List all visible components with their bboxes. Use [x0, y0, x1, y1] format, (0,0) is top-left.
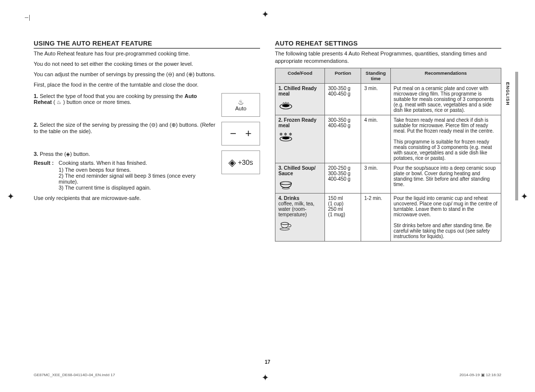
side-language-tab: ENGLISH	[504, 79, 511, 108]
table-cell-code: 3. Chilled Soup/ Sauce	[275, 163, 325, 193]
auto-reheat-button-graphic: ♨ Auto	[221, 93, 260, 117]
cup-icon	[278, 217, 321, 232]
plus-icon: ⊕	[171, 122, 176, 128]
table-cell-portion: 200-250 g300-350 g400-450 g	[325, 163, 361, 193]
table-cell-standing: 3 min.	[361, 163, 390, 193]
registration-mark-top: ✦	[262, 9, 269, 20]
left-heading: USING THE AUTO REHEAT FEATURE	[34, 40, 260, 49]
result-item: 2) The end reminder signal will beep 3 t…	[58, 173, 216, 185]
registration-mark-right: ✦	[521, 191, 528, 202]
print-footer: GE87MC_XEE_DE68-04114D-04_EN.indd 17 201…	[34, 373, 501, 377]
crop-mark: ─│	[25, 15, 31, 20]
intro-line-2: You do not need to set either the cookin…	[34, 60, 260, 68]
svg-point-8	[280, 228, 290, 230]
table-row: 1. Chilled Ready meal300-350 g400-450 g3…	[275, 83, 501, 115]
table-row: 4. Drinkscoffee, milk, tea, water (room-…	[275, 193, 501, 241]
bowl-icon	[278, 176, 321, 191]
left-column: USING THE AUTO REHEAT FEATURE The Auto R…	[34, 40, 260, 362]
svg-text:✻ ✻ ✻: ✻ ✻ ✻	[279, 132, 292, 136]
table-cell-code: 1. Chilled Ready meal	[275, 83, 325, 115]
microwave-safe-note: Use only recipients that are microwave-s…	[34, 195, 260, 202]
intro-line-1: The Auto Reheat feature has four pre-pro…	[34, 50, 260, 57]
minus-icon: −	[230, 127, 236, 140]
table-cell-portion: 150 ml(1 cup)250 ml(1 mug)	[325, 193, 361, 241]
plus-icon: +	[245, 127, 252, 140]
result-block: Result : Cooking starts. When it has fin…	[34, 160, 216, 191]
svg-point-7	[281, 222, 288, 225]
start-30s-button-graphic: ◈ +30s	[221, 150, 260, 174]
right-heading: AUTO REHEAT SETTINGS	[275, 40, 501, 49]
table-cell-portion: 300-350 g400-450 g	[325, 115, 361, 163]
side-language-bar	[515, 72, 518, 200]
col-standing: Standing time	[361, 68, 390, 83]
step-3: 3. Press the (◈) button. Result : Cookin…	[34, 150, 260, 191]
result-label: Result :	[34, 160, 54, 191]
step-number: 1.	[34, 93, 38, 99]
right-column: AUTO REHEAT SETTINGS The following table…	[275, 40, 501, 362]
table-cell-rec: Pour the soup/sauce into a deep ceramic …	[390, 163, 501, 193]
footer-filename: GE87MC_XEE_DE68-04114D-04_EN.indd 17	[34, 373, 115, 377]
footer-timestamp: 2014-09-19 ▣ 12:16:32	[459, 373, 501, 377]
page-body: USING THE AUTO REHEAT FEATURE The Auto R…	[34, 40, 501, 362]
step-number: 2.	[34, 122, 38, 128]
steam-icon: ♨	[238, 98, 244, 105]
table-cell-standing: 3 min.	[361, 83, 390, 115]
svg-point-3	[282, 137, 290, 139]
table-cell-code: 2. Frozen Ready meal✻ ✻ ✻	[275, 115, 325, 163]
table-cell-code: 4. Drinkscoffee, milk, tea, water (room-…	[275, 193, 325, 241]
step-number: 3.	[34, 151, 38, 157]
table-cell-standing: 1-2 min.	[361, 193, 390, 241]
table-cell-portion: 300-350 g400-450 g	[325, 83, 361, 115]
table-cell-rec: Put meal on a ceramic plate and cover wi…	[390, 83, 501, 115]
result-item: 1) The oven beeps four times.	[58, 167, 216, 173]
right-intro: The following table presents 4 Auto Rehe…	[275, 50, 501, 65]
intro-line-4: First, place the food in the centre of t…	[34, 81, 260, 89]
svg-point-5	[280, 182, 292, 185]
registration-mark-left: ✦	[7, 191, 14, 202]
minus-plus-button-graphic: − +	[221, 122, 260, 146]
intro-line-3: You can adjust the number of servings by…	[34, 71, 260, 78]
step-2: 2. Select the size of the serving by pre…	[34, 122, 260, 146]
steam-icon: ♨	[56, 99, 61, 105]
result-text: Cooking starts. When it has finished.	[58, 160, 216, 166]
col-rec: Recommendations	[390, 68, 501, 83]
plate-icon	[278, 97, 321, 111]
table-cell-rec: Take frozen ready meal and check if dish…	[390, 115, 501, 163]
table-cell-rec: Pour the liquid into ceramic cup and reh…	[390, 193, 501, 241]
frozen-icon: ✻ ✻ ✻	[278, 128, 321, 143]
plus-icon: ⊕	[188, 71, 193, 77]
page-number: 17	[0, 359, 535, 365]
step-1: 1. Select the type of food that you are …	[34, 93, 260, 117]
start-icon: ◈	[228, 156, 236, 168]
col-code: Code/Food	[275, 68, 325, 83]
result-item: 3) The current time is displayed again.	[58, 185, 216, 191]
minus-icon: ⊖	[151, 122, 156, 128]
minus-icon: ⊖	[168, 71, 172, 77]
table-row: 3. Chilled Soup/ Sauce200-250 g300-350 g…	[275, 163, 501, 193]
svg-point-1	[282, 104, 290, 107]
settings-table: Code/Food Portion Standing time Recommen…	[275, 68, 501, 242]
table-cell-standing: 4 min.	[361, 115, 390, 163]
col-portion: Portion	[325, 68, 361, 83]
table-row: 2. Frozen Ready meal✻ ✻ ✻300-350 g400-45…	[275, 115, 501, 163]
